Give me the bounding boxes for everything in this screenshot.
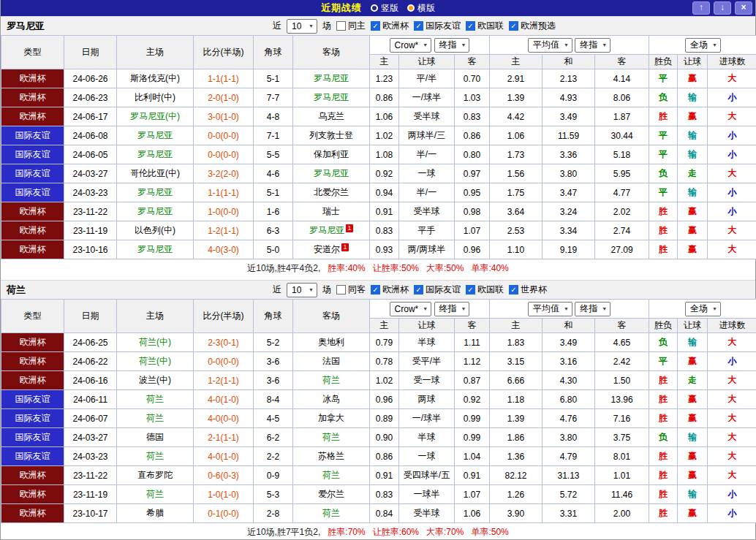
asia-time-select[interactable]: 终指▼ [434, 38, 470, 53]
result-value: 胜 [649, 447, 678, 466]
match-row: 欧洲杯24-06-25荷兰(中)2-3(0-1)5-2奥地利0.79半球1.11… [1, 333, 756, 352]
euro-odds-draw: 9.19 [543, 240, 595, 259]
home-team-cell: 罗马尼亚(中) [117, 107, 194, 126]
home-team-cell: 德国 [117, 428, 194, 447]
euro-draw-header: 和 [543, 55, 595, 69]
radio-label-vertical: 竖版 [381, 2, 398, 15]
red-card-badge: 1 [341, 243, 349, 251]
match-score: 0-0(0-0) [194, 145, 254, 164]
match-score: 2-0(1-0) [194, 88, 254, 107]
corner-score: 5-2 [254, 333, 293, 352]
close-button[interactable]: × [735, 1, 752, 15]
recent-suffix-label: 场 [322, 284, 331, 296]
checkbox-icon[interactable]: ✓ [509, 21, 518, 31]
match-score: 4-0(0-0) [194, 409, 254, 428]
view-option-vertical[interactable]: 竖版 [371, 2, 398, 15]
filter-checkbox[interactable]: 同主 [336, 20, 366, 32]
checkbox-icon[interactable]: ✓ [371, 285, 380, 294]
radio-icon[interactable] [407, 4, 415, 12]
corner-score: 5-3 [254, 485, 293, 504]
asia-time-select[interactable]: 终指▼ [434, 302, 470, 316]
filter-checkbox[interactable]: 同客 [336, 284, 366, 296]
summary-record: 近10场,胜7平1负2, [247, 526, 320, 539]
radio-label-horizontal: 横版 [417, 2, 435, 15]
away-team-cell: 安道尔1 [293, 240, 370, 259]
handicap-result-header: 让球 [678, 319, 708, 333]
checkbox-icon[interactable]: ✓ [509, 285, 518, 294]
filter-checkbox[interactable]: ✓世界杯 [509, 284, 547, 296]
league-badge: 国际友谊 [1, 447, 64, 466]
euro-odds-home: 1.83 [490, 333, 543, 352]
away-team: 加拿大 [318, 413, 344, 423]
asia-handicap: 一球半 [399, 485, 455, 504]
asia-home-header: 主 [370, 55, 399, 69]
filter-checkbox[interactable]: ✓国际友谊 [414, 284, 461, 296]
checkbox-icon[interactable]: ✓ [371, 21, 380, 31]
away-team-cell: 罗马尼亚 [293, 164, 370, 183]
chevron-down-icon: ▼ [309, 287, 314, 292]
checkbox-label: 欧洲预选 [521, 20, 556, 32]
recent-count-select[interactable]: 10▼ [287, 19, 317, 34]
asia-handicap: 两球 [399, 390, 455, 409]
col-score-header: 比分(半场) [194, 36, 254, 69]
match-date: 24-06-23 [64, 88, 117, 107]
checkbox-icon[interactable]: ✓ [414, 285, 423, 294]
asia-source-select[interactable]: Crow*▼ [390, 302, 432, 316]
match-score: 4-0(1-0) [194, 390, 254, 409]
checkbox-icon[interactable] [336, 285, 346, 294]
matches-table: 类型 日期 主场 比分(半场) 角球 客场 Crow*▼ 终指▼ 平均值▼ 终指… [1, 35, 756, 259]
recent-count-select[interactable]: 10▼ [287, 283, 317, 297]
checkbox-icon[interactable]: ✓ [466, 21, 475, 31]
chevron-down-icon: ▼ [423, 306, 428, 311]
home-team: 荷兰 [146, 451, 164, 461]
asia-handicap: 平/半 [399, 69, 455, 88]
view-option-horizontal[interactable]: 横版 [407, 2, 435, 15]
away-team-cell: 保加利亚 [293, 145, 370, 164]
euro-odds-draw: 3.80 [543, 164, 595, 183]
goals-header: 进球数 [708, 55, 756, 69]
euro-odds-home: 3.90 [490, 504, 543, 523]
asia-handicap: 两/两球半 [399, 240, 455, 259]
asia-source-select[interactable]: Crow*▼ [390, 38, 432, 53]
checkbox-icon[interactable]: ✓ [466, 285, 475, 294]
corner-score: 3-6 [254, 352, 293, 371]
filter-checkbox[interactable]: ✓欧国联 [466, 284, 504, 296]
home-team: 斯洛伐克(中) [130, 73, 180, 83]
move-up-button[interactable]: ↑ [692, 1, 710, 15]
checkbox-icon[interactable] [336, 21, 346, 31]
euro-source-select[interactable]: 平均值▼ [528, 38, 572, 53]
match-row: 欧洲杯23-11-22罗马尼亚1-0(0-0)1-6瑞士0.91受半球0.983… [1, 202, 756, 221]
filter-checkbox[interactable]: ✓欧洲杯 [371, 284, 409, 296]
euro-time-select[interactable]: 终指▼ [575, 38, 611, 53]
euro-time-select[interactable]: 终指▼ [575, 302, 611, 316]
euro-source-value: 平均值 [533, 39, 559, 51]
filter-bar: 近10▼场同客✓欧洲杯✓国际友谊✓欧国联✓世界杯 [273, 283, 547, 297]
euro-odds-away: 4.65 [595, 333, 649, 352]
col-type-header: 类型 [1, 36, 64, 69]
checkbox-icon[interactable]: ✓ [414, 21, 423, 31]
red-card-badge: 1 [346, 224, 353, 232]
asia-odds-select-cell: Crow*▼ 终指▼ [370, 36, 490, 55]
scope-select[interactable]: 全场▼ [685, 302, 721, 316]
match-row: 欧洲杯24-06-26斯洛伐克(中)1-1(1-1)5-1罗马尼亚1.23平/半… [1, 69, 756, 88]
league-badge: 欧洲杯 [1, 466, 64, 485]
euro-odds-select-cell: 平均值▼ 终指▼ [490, 36, 649, 55]
filter-checkbox[interactable]: ✓欧国联 [466, 20, 504, 32]
filter-checkbox[interactable]: ✓欧洲预选 [509, 20, 556, 32]
euro-odds-home: 1.39 [490, 88, 543, 107]
league-badge: 欧洲杯 [1, 88, 64, 107]
asia-odds-away: 0.99 [455, 428, 490, 447]
asia-handicap: 一/球半 [399, 409, 455, 428]
euro-odds-away: 7.16 [595, 409, 649, 428]
scope-select[interactable]: 全场▼ [685, 38, 721, 53]
match-date: 24-06-05 [64, 145, 117, 164]
filter-checkbox[interactable]: ✓国际友谊 [414, 20, 461, 32]
euro-source-select[interactable]: 平均值▼ [528, 302, 572, 316]
move-down-button[interactable]: ↓ [714, 1, 731, 15]
match-date: 24-06-11 [64, 390, 117, 409]
result-value: 负 [649, 333, 678, 352]
radio-icon[interactable] [371, 4, 378, 12]
filter-checkbox[interactable]: ✓欧洲杯 [371, 20, 409, 32]
handicap-result-value: 赢 [678, 447, 708, 466]
section-header: 罗马尼亚 近10▼场同主✓欧洲杯✓国际友谊✓欧国联✓欧洲预选 [1, 16, 755, 35]
